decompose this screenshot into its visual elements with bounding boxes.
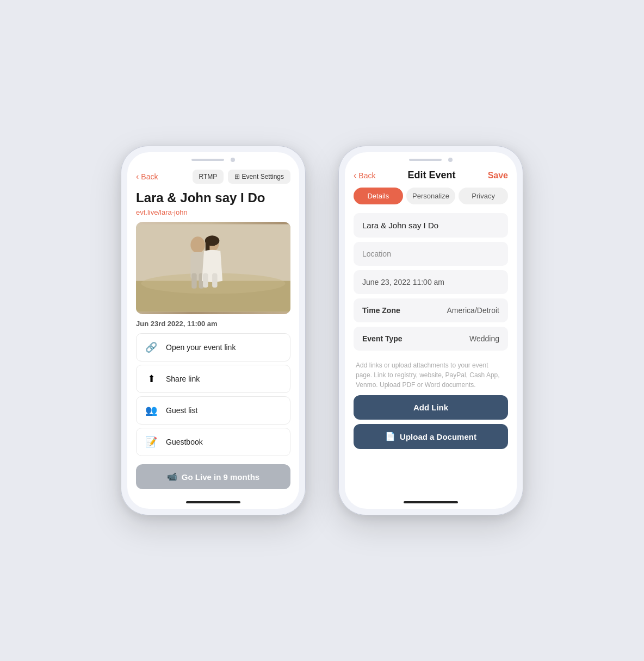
guestbook-item[interactable]: 📝 Guestbook — [136, 428, 290, 456]
tab-personalize[interactable]: Personalize — [406, 188, 456, 204]
add-link-button[interactable]: Add Link — [354, 395, 508, 420]
location-field[interactable]: Location — [354, 242, 508, 266]
back-button-2[interactable]: ‹ Back — [354, 171, 375, 180]
link-icon: 🔗 — [143, 339, 159, 356]
tab-privacy[interactable]: Privacy — [459, 188, 508, 204]
notch-camera — [231, 158, 235, 162]
rtmp-label: RTMP — [199, 173, 218, 180]
event-image — [136, 222, 290, 314]
phone2-header: ‹ Back Edit Event Save — [354, 165, 508, 188]
go-live-button[interactable]: 📹 Go Live in 9 months — [136, 464, 290, 489]
save-label: Save — [488, 171, 508, 180]
rtmp-button[interactable]: RTMP — [193, 170, 224, 184]
datetime-value: June 23, 2022 11:00 am — [362, 278, 444, 286]
guest-list-item[interactable]: 👥 Guest list — [136, 396, 290, 425]
timezone-field[interactable]: Time Zone America/Detroit — [354, 298, 508, 322]
open-link-label: Open your event link — [166, 343, 236, 352]
svg-point-3 — [190, 236, 205, 253]
add-link-label: Add Link — [413, 403, 448, 412]
chevron-left-icon-2: ‹ — [354, 171, 356, 180]
go-live-label: Go Live in 9 months — [182, 472, 259, 482]
open-link-item[interactable]: 🔗 Open your event link — [136, 333, 290, 361]
header-buttons: RTMP ⊞ Event Settings — [193, 170, 291, 184]
event-name-value: Lara & John say I Do — [362, 221, 438, 230]
guest-list-label: Guest list — [166, 406, 197, 415]
edit-event-title: Edit Event — [408, 170, 456, 181]
timezone-value: America/Detroit — [447, 306, 499, 315]
event-link[interactable]: evt.live/lara-john — [136, 208, 290, 216]
tab-details-label: Details — [367, 192, 389, 200]
camera-icon: 📹 — [167, 472, 177, 482]
tab-details[interactable]: Details — [354, 188, 403, 204]
notch-bar-2 — [409, 159, 442, 161]
datetime-field[interactable]: June 23, 2022 11:00 am — [354, 270, 508, 294]
home-bar-area — [127, 498, 299, 509]
upload-document-button[interactable]: 📄 Upload a Document — [354, 424, 508, 449]
event-name-field[interactable]: Lara & John say I Do — [354, 213, 508, 238]
event-type-field[interactable]: Event Type Wedding — [354, 327, 508, 351]
attachment-description: Add links or upload attachments to your … — [354, 360, 508, 390]
share-icon: ⬆ — [143, 371, 159, 387]
svg-rect-5 — [191, 273, 196, 288]
guestbook-icon: 📝 — [143, 434, 159, 450]
event-title: Lara & John say I Do — [136, 190, 290, 206]
event-date: Jun 23rd 2022, 11:00 am — [136, 320, 290, 328]
phone-2-notch — [345, 152, 517, 165]
notch-camera-2 — [448, 158, 453, 162]
back-button[interactable]: ‹ Back — [136, 172, 158, 182]
phone-2: ‹ Back Edit Event Save Details Personali… — [338, 146, 523, 515]
svg-rect-10 — [203, 273, 208, 288]
document-icon: 📄 — [385, 432, 395, 441]
event-type-label: Event Type — [362, 334, 403, 343]
phone-1: ‹ Back RTMP ⊞ Event Settings Lara & John… — [121, 146, 306, 515]
phone-1-notch — [127, 152, 299, 165]
phone1-header: ‹ Back RTMP ⊞ Event Settings — [136, 165, 290, 190]
guests-icon: 👥 — [143, 402, 159, 419]
home-bar-area-2 — [345, 498, 517, 509]
notch-bar — [191, 159, 224, 161]
upload-doc-label: Upload a Document — [400, 432, 476, 441]
home-bar — [186, 501, 240, 503]
back-label-2: Back — [358, 171, 375, 180]
tab-personalize-label: Personalize — [412, 192, 449, 200]
tabs-row: Details Personalize Privacy — [354, 188, 508, 204]
share-link-label: Share link — [166, 375, 200, 383]
timezone-label: Time Zone — [362, 306, 400, 315]
phones-container: ‹ Back RTMP ⊞ Event Settings Lara & John… — [99, 102, 545, 559]
event-settings-label: ⊞ Event Settings — [234, 173, 284, 180]
event-settings-button[interactable]: ⊞ Event Settings — [228, 170, 290, 184]
save-button[interactable]: Save — [488, 171, 508, 180]
share-link-item[interactable]: ⬆ Share link — [136, 365, 290, 393]
tab-privacy-label: Privacy — [472, 192, 495, 200]
chevron-left-icon: ‹ — [136, 172, 139, 182]
back-label: Back — [141, 172, 158, 181]
action-list: 🔗 Open your event link ⬆ Share link 👥 Gu… — [136, 333, 290, 460]
location-value: Location — [362, 250, 391, 258]
home-bar-2 — [404, 501, 458, 503]
event-type-value: Wedding — [469, 334, 499, 343]
svg-rect-11 — [212, 273, 217, 288]
guestbook-label: Guestbook — [166, 438, 203, 446]
